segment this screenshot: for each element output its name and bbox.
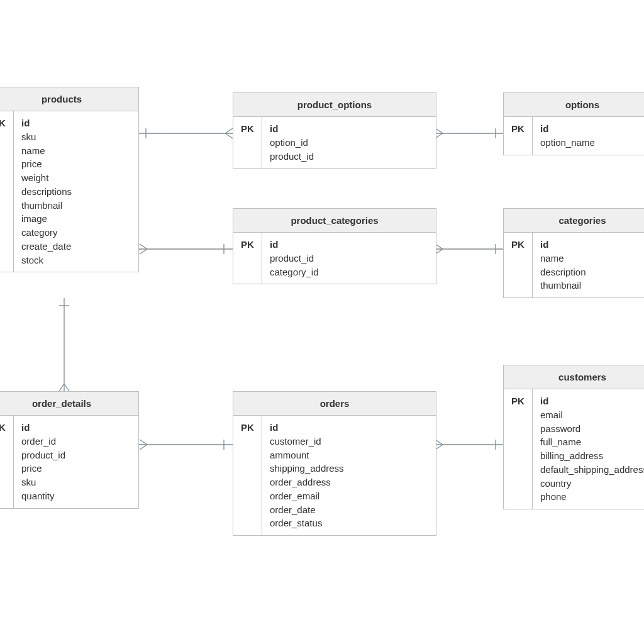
entity-title: order_details [0,392,138,416]
entity-orders[interactable]: orders PK id customer_id ammount shippin… [233,391,436,536]
pk-label: PK [0,416,14,508]
pk-label: PK [233,233,262,284]
pk-label: PK [504,117,533,155]
pk-label: PK [233,416,262,535]
field-list: id option_name [533,117,644,155]
field-list: id sku name price weight descriptions th… [14,111,138,272]
field-list: id email password full_name billing_addr… [533,389,644,509]
entity-product-options[interactable]: product_options PK id option_id product_… [233,92,436,169]
entity-options[interactable]: options PK id option_name [503,92,644,155]
field-list: id option_id product_id [262,117,436,168]
field-list: id name description thumbnail [533,233,644,297]
entity-order-details[interactable]: order_details PK id order_id product_id … [0,391,139,509]
field-list: id customer_id ammount shipping_address … [262,416,436,535]
entity-title: orders [233,392,436,416]
entity-title: product_categories [233,209,436,233]
pk-label: PK [233,117,262,168]
entity-product-categories[interactable]: product_categories PK id product_id cate… [233,208,436,284]
pk-label: PK [504,389,533,509]
pk-label: PK [0,111,14,272]
field-list: id order_id product_id price sku quantit… [14,416,138,508]
entity-products[interactable]: products PK id sku name price weight des… [0,87,139,272]
entity-customers[interactable]: customers PK id email password full_name… [503,365,644,509]
entity-title: options [504,93,644,117]
pk-label: PK [504,233,533,297]
entity-title: product_options [233,93,436,117]
entity-title: customers [504,365,644,389]
entity-categories[interactable]: categories PK id name description thumbn… [503,208,644,298]
er-diagram-canvas: products PK id sku name price weight des… [0,0,644,644]
entity-title: products [0,87,138,111]
field-list: id product_id category_id [262,233,436,284]
entity-title: categories [504,209,644,233]
